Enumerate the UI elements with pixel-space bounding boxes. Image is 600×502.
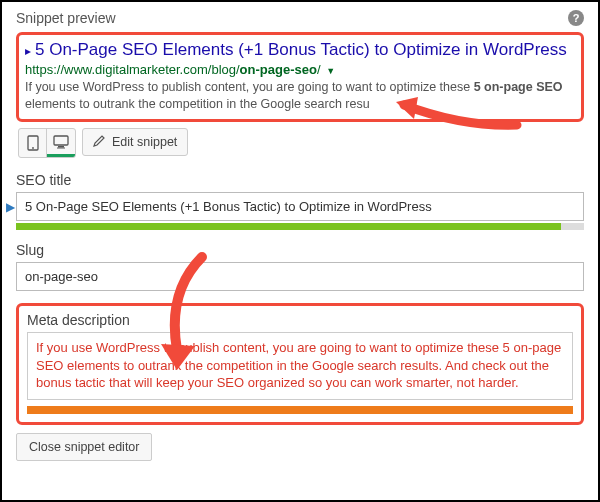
slug-input[interactable] — [16, 262, 584, 291]
help-icon[interactable]: ? — [568, 10, 584, 26]
svg-rect-2 — [54, 136, 68, 145]
svg-rect-4 — [57, 147, 65, 148]
device-toggle-group — [18, 128, 76, 158]
preview-description: If you use WordPress to publish content,… — [25, 79, 575, 113]
preview-url: https://www.digitalmarketer.com/blog/on-… — [25, 62, 575, 77]
preview-url-suffix: / — [317, 62, 321, 77]
meta-description-input[interactable] — [27, 332, 573, 400]
slug-field: Slug — [16, 242, 584, 291]
edit-snippet-button[interactable]: Edit snippet — [82, 128, 188, 156]
slug-label: Slug — [16, 242, 584, 258]
svg-rect-3 — [58, 146, 64, 148]
meta-description-progress — [27, 406, 573, 414]
meta-description-highlight: Meta description — [16, 303, 584, 425]
dropdown-caret-icon[interactable]: ▼ — [326, 66, 335, 76]
preview-url-slug: on-page-seo — [240, 62, 317, 77]
active-field-caret-icon: ▶ — [6, 200, 15, 214]
panel-title: Snippet preview — [16, 10, 116, 26]
preview-toolbar: Edit snippet — [18, 128, 584, 158]
preview-desc-bold: 5 on-page SEO — [474, 80, 563, 94]
seo-title-input[interactable] — [16, 192, 584, 221]
preview-title-text: 5 On-Page SEO Elements (+1 Bonus Tactic)… — [35, 40, 567, 59]
pencil-icon — [93, 134, 106, 150]
meta-description-label: Meta description — [27, 312, 573, 328]
preview-desc-after: elements to outrank the competition in t… — [25, 97, 370, 111]
seo-title-field: SEO title ▶ — [16, 172, 584, 230]
caret-icon: ▸ — [25, 44, 31, 58]
seo-title-progress-bar — [16, 223, 561, 230]
preview-title: ▸5 On-Page SEO Elements (+1 Bonus Tactic… — [25, 39, 575, 60]
preview-desc-before: If you use WordPress to publish content,… — [25, 80, 474, 94]
seo-title-progress — [16, 223, 584, 230]
snippet-editor-panel: Snippet preview ? ▸5 On-Page SEO Element… — [0, 0, 600, 502]
panel-header: Snippet preview ? — [16, 10, 584, 26]
desktop-preview-button[interactable] — [47, 129, 75, 157]
close-snippet-editor-button[interactable]: Close snippet editor — [16, 433, 152, 461]
preview-url-prefix: https://www.digitalmarketer.com/blog/ — [25, 62, 240, 77]
edit-snippet-label: Edit snippet — [112, 135, 177, 149]
mobile-preview-button[interactable] — [19, 129, 47, 157]
snippet-preview-highlight: ▸5 On-Page SEO Elements (+1 Bonus Tactic… — [16, 32, 584, 122]
svg-point-1 — [32, 147, 34, 149]
seo-title-label: SEO title — [16, 172, 584, 188]
